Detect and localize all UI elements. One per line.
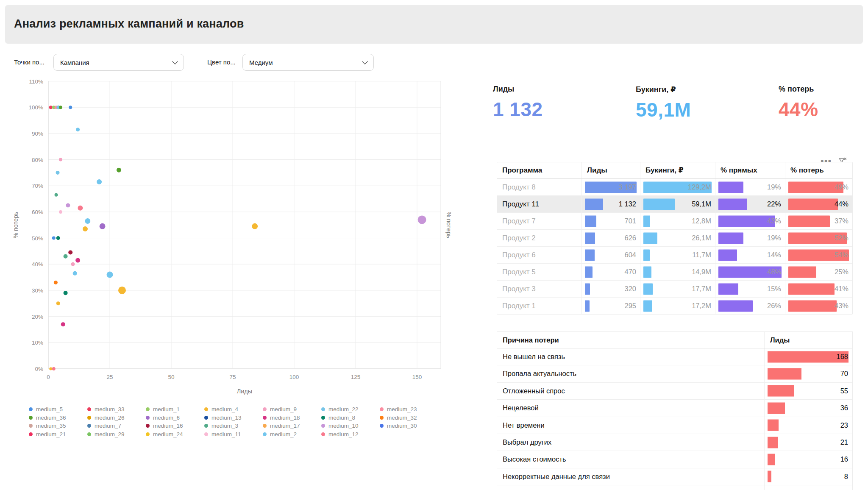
scatter-point-medium_36[interactable] — [59, 106, 62, 109]
program-row-продукт-11[interactable]: Продукт 111 13259,1М22%44% — [497, 196, 852, 213]
scatter-point-medium_2[interactable] — [73, 271, 77, 276]
legend-dot — [146, 424, 150, 428]
table-cell: 22% — [715, 196, 785, 212]
scatter-point-medium_10[interactable] — [418, 215, 426, 224]
program-row-продукт-8[interactable]: Продукт 83 197129,2М19%49% — [497, 179, 852, 196]
program-row-продукт-7[interactable]: Продукт 770112,8М43%37% — [497, 213, 852, 230]
legend-item-medium_4[interactable]: medium_4 — [204, 406, 263, 412]
cell-value: 295 — [582, 298, 640, 314]
legend-label: medium_21 — [36, 431, 66, 437]
legend-item-medium_7[interactable]: medium_7 — [87, 423, 146, 429]
loss-row[interactable]: Не вышел на связь168 — [497, 348, 852, 365]
scatter-point-medium_2[interactable] — [107, 271, 113, 278]
scatter-point-medium_5[interactable] — [52, 237, 56, 240]
program-row-продукт-3[interactable]: Продукт 332017,7М15%41% — [497, 281, 852, 298]
scatter-point-medium_3[interactable] — [55, 193, 58, 197]
loss-row[interactable]: Нет времени23 — [497, 417, 852, 434]
legend-item-medium_10[interactable]: medium_10 — [321, 423, 380, 429]
legend-dot — [204, 424, 208, 428]
scatter-point-medium_3[interactable] — [64, 254, 68, 259]
scatter-point-medium_12[interactable] — [78, 206, 83, 211]
col-header-bookings: Букинги, ₽ — [640, 162, 715, 178]
loss-row[interactable]: Высокая стоимость16 — [497, 451, 852, 468]
legend-item-medium_11[interactable]: medium_11 — [204, 431, 263, 437]
legend-item-medium_36[interactable]: medium_36 — [29, 415, 87, 421]
scatter-chart[interactable]: 0%10%20%30%40%50%60%70%80%90%100%110%025… — [0, 74, 466, 403]
chart-legend: medium_5medium_33medium_1medium_4medium_… — [29, 405, 457, 438]
legend-item-medium_5[interactable]: medium_5 — [29, 406, 87, 412]
scatter-point-medium_9[interactable] — [71, 262, 75, 266]
legend-item-medium_13[interactable]: medium_13 — [204, 415, 263, 421]
program-name: Продукт 8 — [497, 179, 581, 195]
legend-item-medium_24[interactable]: medium_24 — [146, 431, 204, 437]
legend-item-medium_23[interactable]: medium_23 — [380, 406, 438, 412]
scatter-point-medium_10[interactable] — [66, 203, 70, 208]
scatter-point-medium_8[interactable] — [56, 236, 60, 240]
scatter-point-medium_4[interactable] — [252, 223, 258, 229]
legend-item-medium_17[interactable]: medium_17 — [263, 423, 321, 429]
points-by-select[interactable]: Кампания — [53, 54, 184, 71]
scatter-point-medium_11[interactable] — [59, 210, 62, 214]
legend-dot — [146, 416, 150, 420]
scatter-point-medium_5[interactable] — [69, 106, 72, 109]
loss-row[interactable]: Отложенный спрос55 — [497, 383, 852, 400]
legend-label: medium_8 — [328, 415, 355, 421]
legend-item-medium_29[interactable]: medium_29 — [87, 431, 146, 437]
legend-label: medium_13 — [211, 415, 242, 421]
loss-row[interactable]: Пропала актуальность70 — [497, 365, 852, 382]
scatter-point-medium_32[interactable] — [54, 281, 58, 284]
legend-item-medium_26[interactable]: medium_26 — [87, 415, 146, 421]
loss-reason: Отложенный спрос — [497, 383, 764, 399]
legend-item-medium_22[interactable]: medium_22 — [321, 406, 380, 412]
cell-value: 129,2М — [640, 179, 715, 195]
program-row-продукт-6[interactable]: Продукт 660411,7М14%54% — [497, 247, 852, 264]
loss-reason: Нецелевой — [497, 400, 764, 416]
legend-item-medium_8[interactable]: medium_8 — [321, 415, 380, 421]
program-row-продукт-2[interactable]: Продукт 262626,1М19%52% — [497, 230, 852, 247]
scatter-point-medium_2[interactable] — [85, 218, 90, 224]
color-by-select[interactable]: Медиум — [242, 54, 374, 71]
legend-label: medium_10 — [328, 423, 359, 429]
legend-item-medium_9[interactable]: medium_9 — [263, 406, 321, 412]
scatter-point-medium_33[interactable] — [49, 106, 53, 109]
program-name: Продукт 5 — [497, 264, 581, 280]
legend-item-medium_6[interactable]: medium_6 — [146, 415, 204, 421]
loss-row[interactable]: Нецелевой36 — [497, 400, 852, 417]
program-row-продукт-5[interactable]: Продукт 547014,9М48%25% — [497, 264, 852, 281]
loss-row[interactable]: Выбрал других21 — [497, 434, 852, 451]
legend-item-medium_3[interactable]: medium_3 — [204, 423, 263, 429]
legend-item-medium_33[interactable]: medium_33 — [87, 406, 146, 412]
legend-item-medium_35[interactable]: medium_35 — [29, 423, 87, 429]
scatter-point-medium_18[interactable] — [75, 258, 80, 263]
legend-item-medium_12[interactable]: medium_12 — [321, 431, 380, 437]
scatter-point-medium_8[interactable] — [64, 291, 68, 295]
legend-dot — [87, 432, 91, 436]
scatter-point-medium_4[interactable] — [83, 226, 88, 231]
legend-item-medium_21[interactable]: medium_21 — [29, 431, 87, 437]
loss-table-body: Не вышел на связь168Пропала актуальность… — [497, 348, 852, 490]
scatter-point-medium_6[interactable] — [100, 223, 106, 229]
scatter-point-medium_2[interactable] — [76, 128, 80, 131]
scatter-point-medium_22[interactable] — [56, 171, 60, 175]
scatter-point-medium_4[interactable] — [118, 287, 126, 294]
legend-item-medium_32[interactable]: medium_32 — [380, 415, 438, 421]
legend-item-medium_16[interactable]: medium_16 — [146, 423, 204, 429]
legend-item-medium_1[interactable]: medium_1 — [146, 406, 204, 412]
table-cell: 43% — [715, 213, 785, 229]
legend-label: medium_32 — [387, 415, 417, 421]
legend-item-medium_2[interactable]: medium_2 — [263, 431, 321, 437]
scatter-point-medium_9[interactable] — [59, 158, 62, 161]
scatter-point-medium_36[interactable] — [117, 168, 121, 173]
loss-row[interactable]: Некорректные данные для связи8 — [497, 468, 852, 485]
program-row-продукт-1[interactable]: Продукт 129517,2М26%43% — [497, 298, 852, 314]
scatter-point-medium_2[interactable] — [97, 179, 102, 184]
legend-item-medium_18[interactable]: medium_18 — [263, 415, 321, 421]
scatter-point-medium_4[interactable] — [56, 301, 60, 305]
legend-item-medium_30[interactable]: medium_30 — [380, 423, 438, 429]
scatter-point-medium_12[interactable] — [52, 367, 56, 370]
table-cell: 21 — [764, 434, 852, 451]
scatter-point-medium_18[interactable] — [61, 322, 65, 326]
scatter-point-medium_4[interactable] — [49, 368, 52, 370]
scatter-point-medium_16[interactable] — [68, 251, 72, 255]
cell-value: 70 — [765, 365, 852, 382]
